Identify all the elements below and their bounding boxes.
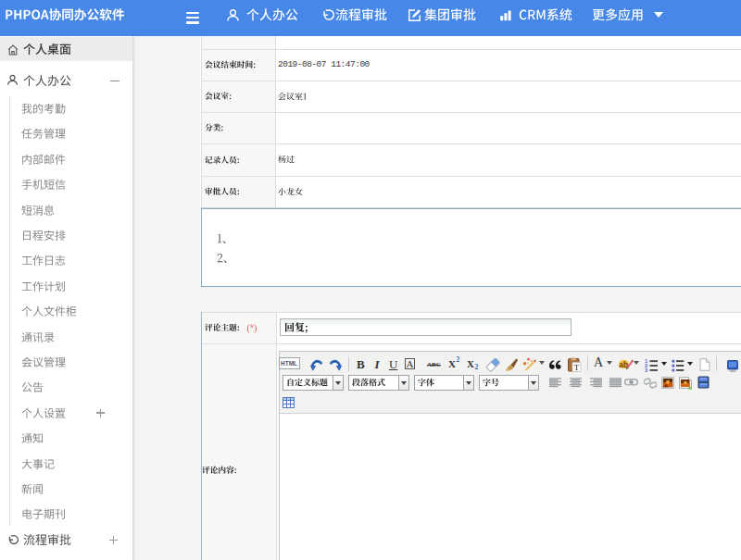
svg-text:3: 3 xyxy=(645,367,648,372)
svg-text:T: T xyxy=(574,362,580,371)
